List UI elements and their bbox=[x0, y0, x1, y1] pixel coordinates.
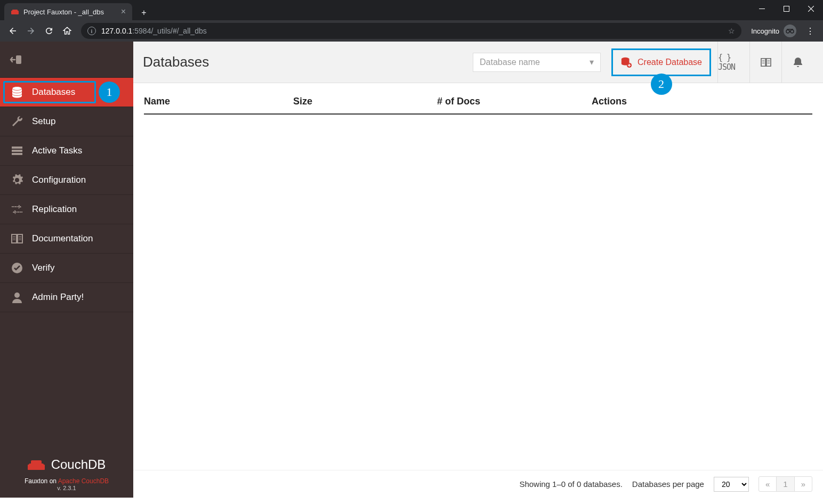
footer-text: Fauxton on Apache CouchDB bbox=[11, 477, 123, 485]
back-button[interactable] bbox=[4, 22, 21, 39]
column-size: Size bbox=[293, 96, 437, 107]
window-controls bbox=[749, 0, 823, 20]
column-docs: # of Docs bbox=[437, 96, 592, 107]
svg-rect-17 bbox=[43, 465, 45, 470]
svg-rect-0 bbox=[11, 11, 19, 14]
sidebar-item-label: Admin Party! bbox=[32, 292, 84, 303]
reload-button[interactable] bbox=[41, 22, 58, 39]
create-database-label: Create Database bbox=[638, 58, 702, 67]
svg-rect-15 bbox=[31, 460, 42, 465]
pagination-bar: Showing 1–0 of 0 databases. Databases pe… bbox=[133, 470, 823, 498]
column-actions: Actions bbox=[592, 96, 812, 107]
sidebar-item-label: Active Tasks bbox=[32, 145, 82, 156]
svg-rect-16 bbox=[28, 465, 30, 470]
home-button[interactable] bbox=[59, 22, 76, 39]
annotation-badge-1: 1 bbox=[99, 82, 120, 103]
couch-icon bbox=[28, 458, 45, 471]
maximize-button[interactable] bbox=[774, 0, 798, 17]
minimize-button[interactable] bbox=[749, 0, 774, 17]
main-content: Databases Database name ▾ Create Databas… bbox=[133, 42, 823, 498]
svg-rect-2 bbox=[759, 9, 765, 9]
svg-point-4 bbox=[786, 30, 789, 33]
svg-point-13 bbox=[14, 292, 20, 298]
close-tab-icon[interactable]: × bbox=[116, 7, 126, 17]
replication-icon bbox=[10, 202, 25, 217]
pagination: « 1 » bbox=[759, 476, 812, 492]
table-header-row: Name Size # of Docs Actions bbox=[144, 83, 812, 115]
sidebar-item-setup[interactable]: Setup bbox=[0, 107, 133, 136]
url-port: :5984 bbox=[132, 27, 151, 35]
tab-title: Project Fauxton - _all_dbs bbox=[23, 8, 104, 16]
database-plus-icon bbox=[620, 56, 632, 68]
sidebar-item-label: Setup bbox=[32, 116, 55, 127]
footer-version: v. 2.3.1 bbox=[11, 485, 123, 491]
user-icon bbox=[10, 290, 25, 305]
tasks-icon bbox=[10, 143, 25, 158]
annotation-box-1 bbox=[3, 81, 96, 103]
notifications-button[interactable] bbox=[781, 42, 813, 83]
incognito-indicator: Incognito bbox=[751, 25, 796, 37]
gear-icon bbox=[10, 173, 25, 188]
sidebar-item-label: Documentation bbox=[32, 233, 93, 244]
forward-button[interactable] bbox=[22, 22, 39, 39]
svg-rect-3 bbox=[784, 6, 789, 11]
sidebar-item-databases[interactable]: Databases 1 bbox=[0, 78, 133, 107]
sidebar-item-label: Verify bbox=[32, 263, 55, 273]
svg-rect-11 bbox=[12, 153, 22, 155]
site-info-icon[interactable]: i bbox=[87, 27, 96, 35]
search-placeholder: Database name bbox=[480, 58, 540, 67]
caret-down-icon: ▾ bbox=[590, 57, 594, 67]
close-window-button[interactable] bbox=[798, 0, 823, 17]
couchdb-logo: CouchDB bbox=[11, 457, 123, 472]
sidebar: Databases 1 Setup Active Tasks Configura… bbox=[0, 42, 133, 498]
check-circle-icon bbox=[10, 261, 25, 275]
url-path: /_utils/#/_all_dbs bbox=[151, 27, 206, 35]
sidebar-collapse[interactable] bbox=[0, 42, 133, 78]
address-bar[interactable]: i 127.0.0.1:5984/_utils/#/_all_dbs ☆ bbox=[81, 23, 741, 39]
sidebar-item-replication[interactable]: Replication bbox=[0, 195, 133, 224]
sidebar-item-label: Configuration bbox=[32, 175, 86, 185]
browser-menu-button[interactable]: ⋮ bbox=[802, 22, 819, 39]
svg-rect-6 bbox=[16, 55, 21, 64]
svg-point-5 bbox=[790, 30, 794, 33]
svg-rect-1 bbox=[12, 10, 18, 11]
sidebar-item-admin-party[interactable]: Admin Party! bbox=[0, 283, 133, 312]
annotation-badge-2: 2 bbox=[651, 74, 672, 95]
showing-text: Showing 1–0 of 0 databases. bbox=[519, 479, 622, 489]
wrench-icon bbox=[10, 114, 25, 129]
bookmark-star-icon[interactable]: ☆ bbox=[728, 27, 735, 35]
collapse-icon bbox=[10, 54, 22, 65]
sidebar-item-configuration[interactable]: Configuration bbox=[0, 166, 133, 195]
per-page-label: Databases per page bbox=[632, 479, 704, 489]
sidebar-item-active-tasks[interactable]: Active Tasks bbox=[0, 136, 133, 166]
incognito-icon bbox=[784, 25, 796, 37]
browser-titlebar: Project Fauxton - _all_dbs × + bbox=[0, 0, 823, 20]
book-icon bbox=[10, 231, 25, 246]
incognito-label: Incognito bbox=[751, 27, 779, 35]
couchdb-favicon bbox=[11, 7, 19, 16]
logo-text: CouchDB bbox=[51, 457, 106, 472]
svg-rect-10 bbox=[12, 150, 22, 152]
create-database-button[interactable]: Create Database 2 bbox=[611, 48, 711, 76]
page-title: Databases bbox=[143, 54, 209, 70]
svg-rect-9 bbox=[12, 147, 22, 149]
json-button[interactable]: { } JSON bbox=[717, 42, 749, 83]
docs-button[interactable] bbox=[749, 42, 781, 83]
column-name: Name bbox=[144, 96, 293, 107]
sidebar-item-verify[interactable]: Verify bbox=[0, 254, 133, 283]
sidebar-footer: CouchDB Fauxton on Apache CouchDB v. 2.3… bbox=[0, 449, 133, 498]
sidebar-item-label: Replication bbox=[32, 204, 77, 215]
footer-link[interactable]: Apache CouchDB bbox=[58, 477, 109, 485]
page-number[interactable]: 1 bbox=[777, 477, 794, 491]
per-page-select[interactable]: 20 bbox=[714, 477, 749, 492]
new-tab-button[interactable]: + bbox=[136, 5, 151, 20]
prev-page-button[interactable]: « bbox=[759, 477, 777, 491]
page-header: Databases Database name ▾ Create Databas… bbox=[133, 42, 823, 83]
sidebar-item-documentation[interactable]: Documentation bbox=[0, 224, 133, 254]
database-search-dropdown[interactable]: Database name ▾ bbox=[473, 53, 601, 72]
browser-toolbar: i 127.0.0.1:5984/_utils/#/_all_dbs ☆ Inc… bbox=[0, 20, 823, 42]
next-page-button[interactable]: » bbox=[795, 477, 812, 491]
url-host: 127.0.0.1 bbox=[101, 27, 132, 35]
table-container: Name Size # of Docs Actions bbox=[133, 83, 823, 470]
browser-tab[interactable]: Project Fauxton - _all_dbs × bbox=[4, 3, 132, 20]
